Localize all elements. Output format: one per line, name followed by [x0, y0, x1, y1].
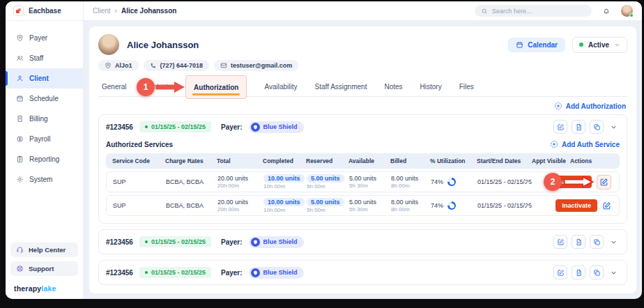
- expand-card-button[interactable]: [608, 269, 620, 277]
- edit-authorization-button[interactable]: [553, 265, 567, 279]
- annotation-2-circle: 2: [544, 173, 562, 191]
- edit-authorization-button[interactable]: [553, 235, 567, 249]
- help-center-button[interactable]: Help Center: [10, 242, 78, 257]
- collapse-card-button[interactable]: [608, 123, 620, 131]
- calendar-icon: [516, 41, 523, 49]
- app-window: Eachbase Client › Alice Johansson Payer: [6, 1, 642, 299]
- utilization-ring: [447, 178, 456, 186]
- authorization-number: #123456: [106, 269, 133, 277]
- payer-badge: Blue Shield: [249, 236, 304, 248]
- utilization-ring: [447, 201, 456, 210]
- client-avatar: [98, 34, 119, 55]
- reserved-cell: 5.00 units5h 00m: [307, 174, 349, 190]
- sidebar-item-label: System: [29, 176, 52, 183]
- sidebar-item-staff[interactable]: Staff: [6, 48, 83, 68]
- topbar-right: [475, 5, 642, 17]
- status-dropdown[interactable]: Active: [572, 37, 627, 53]
- tab-notes[interactable]: Notes: [384, 83, 402, 91]
- breadcrumb-separator-icon: ›: [115, 7, 117, 15]
- support-button[interactable]: Support: [10, 261, 78, 276]
- authorization-number: #123456: [106, 123, 133, 131]
- authorization-card-2: #123456 01/15/25 - 02/15/25 Payer: Blue …: [98, 229, 627, 254]
- sidebar-item-label: Staff: [29, 54, 43, 62]
- sidebar-item-label: Client: [29, 75, 49, 82]
- service-table-row: SUP BCBA, BCBA 20.00 units20h 00m 10.00 …: [106, 195, 620, 216]
- tab-availability[interactable]: Availability: [264, 83, 297, 91]
- tab-files[interactable]: Files: [459, 83, 474, 91]
- tab-history[interactable]: History: [420, 83, 442, 91]
- status-value: Active: [588, 41, 609, 49]
- breadcrumb-parent[interactable]: Client: [93, 7, 111, 15]
- search-input[interactable]: [492, 8, 585, 15]
- calendar-button[interactable]: Calendar: [508, 38, 565, 52]
- charge-rates-cell: BCBA, BCBA: [166, 178, 217, 185]
- add-authorization-link[interactable]: Add Authorization: [554, 102, 626, 110]
- payer-shield-icon: [251, 123, 260, 132]
- plus-circle-icon: [554, 102, 562, 110]
- sidebar-item-label: Reporting: [29, 155, 59, 163]
- edit-row-button[interactable]: [602, 201, 611, 210]
- sidebar-item-reporting[interactable]: Reporting: [6, 149, 83, 169]
- client-card: Alice Johansson Calendar Active: [89, 26, 636, 293]
- topbar: Eachbase Client › Alice Johansson: [6, 1, 642, 21]
- completed-cell: 10.00 units10h 00m: [263, 198, 307, 213]
- sidebar-item-label: Schedule: [29, 95, 59, 102]
- sidebar-item-system[interactable]: System: [6, 169, 83, 190]
- expand-card-button[interactable]: [608, 238, 620, 246]
- inactivate-button[interactable]: Inactivate: [555, 199, 597, 212]
- support-lifebuoy-icon: [16, 265, 24, 272]
- tab-authorization[interactable]: Authorization: [194, 84, 238, 91]
- sidebar-item-billing[interactable]: Billing: [6, 109, 83, 129]
- service-code-cell: SUP: [113, 202, 166, 209]
- brand-name: Eachbase: [29, 7, 61, 15]
- copy-icon: [593, 269, 601, 277]
- chevron-down-icon: [610, 238, 618, 246]
- add-auth-service-link[interactable]: Add Auth Service: [550, 140, 620, 148]
- duplicate-button[interactable]: [590, 235, 604, 249]
- edit-row-highlight: [597, 175, 611, 190]
- document-button[interactable]: [572, 235, 585, 249]
- sidebar-item-label: Billing: [29, 115, 48, 123]
- person-icon: [16, 75, 24, 82]
- tab-staff-assignment[interactable]: Staff Assignment: [315, 83, 367, 91]
- sidebar-item-client[interactable]: Client: [6, 68, 83, 88]
- sidebar-item-label: Payer: [29, 34, 47, 42]
- document-button[interactable]: [572, 120, 585, 134]
- annotation-1-arrow-icon: [156, 81, 185, 93]
- authorization-date-badge: 01/15/25 - 02/15/25: [139, 121, 211, 132]
- payer-badge: Blue Shield: [249, 121, 304, 133]
- copy-icon: [593, 123, 601, 131]
- mail-icon: [220, 62, 227, 69]
- tab-general[interactable]: General: [102, 83, 127, 91]
- payer-shield-icon: [251, 238, 260, 247]
- edit-icon: [557, 123, 565, 131]
- dates-cell: 01/15/25 - 02/15/25: [477, 202, 532, 209]
- sidebar-item-payroll[interactable]: Payroll: [6, 129, 83, 149]
- dates-cell: 01/15/25 - 02/15/25: [477, 178, 532, 185]
- document-button[interactable]: [572, 265, 585, 279]
- sidebar-item-schedule[interactable]: Schedule: [6, 88, 83, 109]
- duplicate-button[interactable]: [590, 265, 604, 279]
- edit-authorization-button[interactable]: [553, 120, 567, 134]
- sidebar-item-payer[interactable]: Payer: [6, 28, 83, 48]
- edit-row-button[interactable]: [599, 178, 608, 187]
- completed-cell: 10.00 units10h 00m: [263, 174, 307, 190]
- main-content: Alice Johansson Calendar Active: [84, 21, 642, 299]
- services-table-header: Service Code Charge Rates Total Complete…: [106, 153, 620, 169]
- reserved-cell: 5.00 units5h 00m: [307, 198, 349, 213]
- payer-shield-icon: [251, 268, 260, 277]
- authorization-card-1: #123456 01/15/25 - 02/15/25 Payer: Blue …: [98, 114, 627, 224]
- client-email-badge: testuser@gmail.com: [214, 60, 298, 71]
- tab-authorization-highlight: Authorization 1: [185, 75, 247, 99]
- report-icon: [16, 155, 24, 163]
- bell-icon[interactable]: [602, 7, 611, 15]
- authorization-date-badge: 01/15/25 - 02/15/25: [139, 267, 211, 278]
- document-icon: [575, 238, 583, 246]
- authorized-services-section: Authorized Services Add Auth Service Ser…: [99, 140, 627, 223]
- client-header: Alice Johansson Calendar Active: [98, 34, 627, 55]
- online-status-dot: [629, 13, 634, 17]
- sidebar: Payer Staff Client Schedule Billing Payr…: [6, 21, 84, 299]
- duplicate-button[interactable]: [590, 120, 604, 134]
- user-avatar[interactable]: [621, 5, 633, 17]
- search-box[interactable]: [475, 5, 592, 17]
